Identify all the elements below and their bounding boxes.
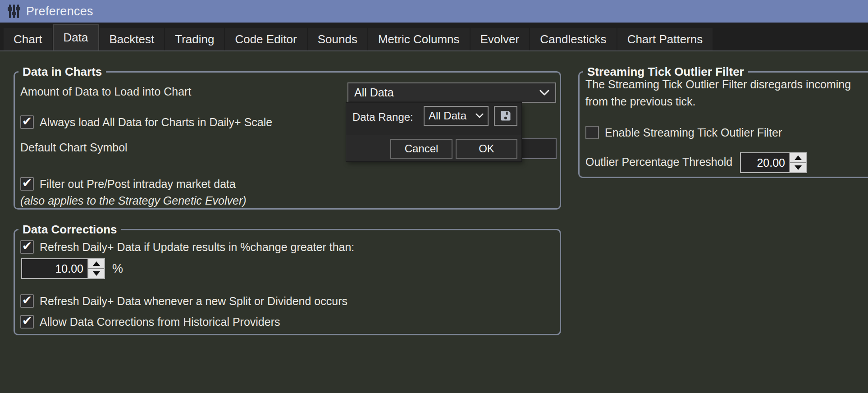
outlier-threshold-spin-buttons [789, 153, 806, 172]
data-range-value: All Data [429, 110, 466, 122]
filter-prepost-checkbox[interactable]: ✔ [20, 177, 34, 191]
group-title-streaming-filter: Streaming Tick Outlier Filter [583, 64, 748, 79]
allow-corrections-row: ✔ Allow Data Corrections from Historical… [20, 315, 280, 329]
amount-of-data-combobox[interactable]: All Data [347, 82, 556, 103]
refresh-pct-checkbox[interactable]: ✔ [20, 240, 34, 254]
group-title-data-in-charts: Data in Charts [18, 64, 106, 79]
save-data-range-button[interactable] [494, 106, 517, 126]
filter-prepost-label: Filter out Pre/Post intraday market data [40, 178, 236, 191]
chevron-down-icon [539, 90, 549, 96]
tab-chart-patterns[interactable]: Chart Patterns [617, 28, 713, 50]
outlier-threshold-spinner [740, 152, 807, 173]
streaming-filter-description-line1: The Streaming Tick Outlier Filter disreg… [585, 78, 851, 91]
spin-up-button[interactable] [790, 153, 806, 162]
spin-down-button[interactable] [88, 268, 104, 278]
spin-down-icon [795, 165, 802, 170]
tab-data[interactable]: Data [53, 24, 99, 50]
tab-backtest[interactable]: Backtest [100, 28, 164, 50]
tab-evolver[interactable]: Evolver [471, 28, 530, 50]
preferences-window: Preferences Chart Data Backtest Trading … [0, 0, 868, 393]
window-title: Preferences [26, 5, 93, 18]
pct-threshold-spinner [21, 258, 105, 279]
data-range-combobox[interactable]: All Data [424, 106, 489, 126]
data-range-popup: Data Range: All Data Cancel OK [346, 103, 521, 161]
pct-threshold-input[interactable] [22, 259, 87, 278]
tab-code-editor[interactable]: Code Editor [225, 28, 306, 50]
default-chart-symbol-label: Default Chart Symbol [20, 141, 128, 154]
spin-up-icon [795, 155, 802, 160]
ok-button[interactable]: OK [456, 139, 517, 159]
outlier-threshold-label: Outlier Percentage Threshold [585, 155, 732, 169]
outlier-threshold-input[interactable] [741, 153, 789, 172]
group-data-corrections: Data Corrections ✔ Refresh Daily+ Data i… [14, 229, 561, 335]
tab-candlesticks[interactable]: Candlesticks [530, 28, 616, 50]
spin-down-icon [93, 271, 100, 276]
spin-up-icon [93, 261, 100, 266]
always-load-all-data-checkbox[interactable]: ✔ [20, 115, 34, 129]
enable-streaming-filter-label: Enable Streaming Tick Outlier Filter [605, 126, 782, 139]
preferences-tab-bar: Chart Data Backtest Trading Code Editor … [0, 23, 868, 51]
cancel-button[interactable]: Cancel [390, 139, 452, 159]
group-streaming-tick-outlier-filter: Streaming Tick Outlier Filter The Stream… [578, 71, 868, 178]
amount-of-data-value: All Data [354, 86, 394, 99]
percent-unit-label: % [112, 262, 123, 276]
spin-down-button[interactable] [790, 162, 806, 172]
allow-corrections-checkbox[interactable]: ✔ [20, 315, 34, 329]
save-icon [499, 110, 512, 122]
refresh-split-checkbox[interactable]: ✔ [20, 294, 34, 308]
group-title-data-corrections: Data Corrections [18, 222, 121, 237]
data-range-label: Data Range: [352, 111, 413, 123]
sliders-icon [7, 4, 21, 18]
evolver-note: (also applies to the Strategy Genetic Ev… [20, 194, 247, 207]
always-load-all-data-label: Always load All Data for Charts in Daily… [40, 116, 272, 129]
pct-threshold-spin-buttons [87, 259, 104, 278]
refresh-split-row: ✔ Refresh Daily+ Data whenever a new Spl… [20, 294, 347, 308]
streaming-filter-description-line2: from the previous tick. [585, 95, 696, 108]
allow-corrections-label: Allow Data Corrections from Historical P… [40, 315, 280, 329]
always-load-all-data-row: ✔ Always load All Data for Charts in Dai… [20, 115, 272, 129]
tab-trading[interactable]: Trading [165, 28, 224, 50]
spin-up-button[interactable] [88, 259, 104, 268]
refresh-pct-label: Refresh Daily+ Data if Update results in… [40, 241, 354, 254]
enable-streaming-filter-row: Enable Streaming Tick Outlier Filter [585, 126, 782, 139]
chevron-down-icon [475, 113, 484, 119]
enable-streaming-filter-checkbox[interactable] [585, 126, 599, 139]
amount-of-data-label: Amount of Data to Load into Chart [20, 85, 191, 98]
tab-sounds[interactable]: Sounds [308, 28, 367, 50]
tab-chart[interactable]: Chart [4, 28, 52, 50]
refresh-split-label: Refresh Daily+ Data whenever a new Split… [40, 295, 347, 308]
filter-prepost-row: ✔ Filter out Pre/Post intraday market da… [20, 177, 236, 191]
tab-metric-columns[interactable]: Metric Columns [368, 28, 470, 50]
title-bar: Preferences [0, 0, 868, 23]
refresh-pct-row: ✔ Refresh Daily+ Data if Update results … [20, 240, 354, 254]
